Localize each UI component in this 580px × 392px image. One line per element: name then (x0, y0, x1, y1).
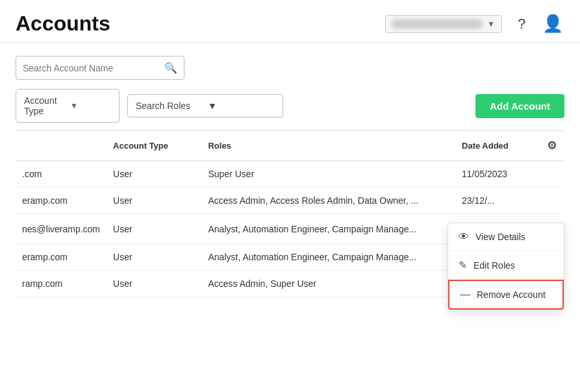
cell-type: User (107, 161, 201, 188)
view-details-menu-item[interactable]: 👁 View Details (448, 223, 564, 251)
col-roles: Roles (201, 131, 455, 161)
cell-type: User (107, 188, 201, 214)
search-account-box[interactable]: 🔍 (16, 56, 184, 80)
chevron-down-icon: ▼ (70, 101, 111, 110)
cell-roles: Super User (201, 161, 455, 188)
view-details-label: View Details (475, 232, 525, 242)
page-header: Accounts ▼ ? 👤 (0, 0, 580, 43)
cell-date: 11/05/2023 (455, 161, 538, 188)
pencil-icon: ✎ (459, 259, 467, 271)
cell-roles: Analyst, Automation Engineer, Campaign M… (201, 214, 455, 244)
eye-icon: 👁 (459, 231, 469, 243)
cell-account: .com (16, 161, 107, 188)
accounts-table-container: Account Type Roles Date Added ⚙ .com Use… (0, 130, 580, 297)
cell-roles: Access Admin, Super User (201, 271, 455, 297)
chevron-down-icon: ▼ (208, 101, 275, 111)
search-roles-dropdown[interactable]: Search Roles ▼ (127, 94, 283, 117)
remove-icon: — (460, 289, 470, 300)
cell-account: ramp.com (16, 271, 107, 297)
table-header-row: Account Type Roles Date Added ⚙ (16, 131, 564, 161)
remove-account-menu-item[interactable]: — Remove Account (448, 280, 564, 310)
chevron-down-icon: ▼ (487, 19, 495, 29)
add-account-button[interactable]: Add Account (475, 94, 564, 118)
user-icon: 👤 (542, 14, 563, 34)
cell-type: User (107, 214, 201, 244)
cell-actions[interactable] (538, 161, 564, 188)
cell-roles: Analyst, Automation Engineer, Campaign M… (201, 244, 455, 271)
remove-account-label: Remove Account (477, 289, 546, 300)
cell-date: 23/12/... (455, 188, 538, 214)
edit-roles-label: Edit Roles (473, 260, 515, 271)
search-icon[interactable]: 🔍 (164, 62, 177, 74)
cell-type: User (107, 271, 201, 297)
search-roles-label: Search Roles (136, 101, 203, 111)
col-account-type: Account Type (107, 131, 201, 161)
help-icon: ? (518, 16, 525, 32)
col-settings[interactable]: ⚙ (538, 131, 564, 161)
filter-row: Account Type ▼ Search Roles ▼ Add Accoun… (0, 86, 580, 130)
cell-account: nes@liveramp.com (16, 214, 107, 244)
col-account (16, 131, 107, 161)
cell-actions[interactable] (538, 188, 564, 214)
page-title: Accounts (16, 12, 375, 36)
cell-account: eramp.com (16, 188, 107, 214)
col-date-added: Date Added (455, 131, 538, 161)
table-row: .com User Super User 11/05/2023 (16, 161, 564, 188)
context-menu: 👁 View Details ✎ Edit Roles — Remove Acc… (448, 223, 564, 310)
cell-account: eramp.com (16, 244, 107, 271)
gear-icon: ⚙ (547, 140, 557, 152)
table-row: eramp.com User Access Admin, Access Role… (16, 188, 564, 214)
search-row: 🔍 (0, 43, 580, 86)
account-type-label: Account Type (24, 95, 65, 116)
org-selector[interactable]: ▼ (385, 15, 502, 33)
cell-roles: Access Admin, Access Roles Admin, Data O… (201, 188, 455, 214)
search-account-input[interactable] (23, 63, 159, 73)
header-right: ▼ ? 👤 (385, 12, 564, 36)
user-button[interactable]: 👤 (541, 12, 564, 36)
account-type-dropdown[interactable]: Account Type ▼ (16, 89, 120, 123)
edit-roles-menu-item[interactable]: ✎ Edit Roles (448, 251, 564, 280)
help-button[interactable]: ? (510, 12, 533, 36)
cell-type: User (107, 244, 201, 271)
